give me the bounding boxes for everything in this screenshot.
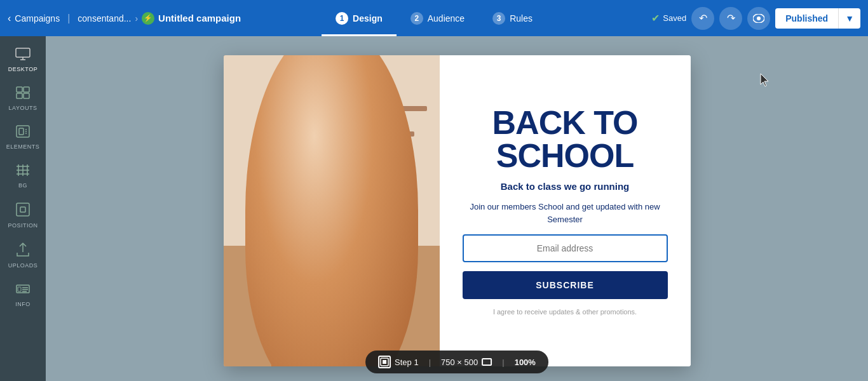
tab-design-num: 1 bbox=[336, 12, 348, 25]
svg-rect-39 bbox=[278, 264, 316, 305]
canvas-area[interactable]: BACK TO SCHOOL Back to class we go runni… bbox=[46, 36, 868, 381]
tab-design[interactable]: 1 Design bbox=[322, 0, 397, 36]
svg-rect-23 bbox=[18, 287, 21, 291]
subscribe-button[interactable]: SUBSCRIBE bbox=[463, 271, 668, 299]
zoom-level: 100% bbox=[515, 358, 536, 367]
tab-design-label: Design bbox=[353, 13, 383, 23]
svg-rect-10 bbox=[19, 128, 24, 135]
elements-icon bbox=[16, 125, 30, 141]
campaigns-label: Campaigns bbox=[15, 13, 60, 23]
uploads-icon bbox=[17, 243, 29, 260]
published-dropdown-icon[interactable]: ▼ bbox=[838, 8, 860, 29]
sidebar-item-bg[interactable]: BG bbox=[3, 157, 43, 194]
svg-rect-37 bbox=[266, 251, 305, 298]
saved-label: Saved bbox=[663, 13, 686, 23]
campaign-title[interactable]: Untitled campaign bbox=[158, 13, 241, 23]
sidebar-info-label: INFO bbox=[15, 301, 31, 307]
svg-rect-21 bbox=[20, 207, 25, 212]
step-indicator: Step 1 bbox=[378, 356, 419, 368]
tab-rules[interactable]: 3 Rules bbox=[478, 0, 546, 36]
sidebar-elements-label: ELEMENTS bbox=[6, 144, 40, 150]
popup-content-panel: BACK TO SCHOOL Back to class we go runni… bbox=[440, 55, 691, 366]
svg-rect-20 bbox=[17, 203, 29, 216]
dimensions-display: 750 × 500 bbox=[441, 358, 492, 367]
breadcrumb[interactable]: consentand... › ⚡ Untitled campaign bbox=[78, 12, 241, 25]
svg-point-36 bbox=[276, 291, 301, 312]
undo-button[interactable]: ↶ bbox=[691, 7, 714, 30]
popup-subheading: Back to class we go running bbox=[501, 181, 630, 192]
position-icon bbox=[16, 203, 30, 220]
svg-rect-9 bbox=[17, 126, 29, 137]
sidebar-item-elements[interactable]: ELEMENTS bbox=[3, 119, 43, 155]
bottom-separator-2: | bbox=[502, 358, 504, 367]
bottom-separator: | bbox=[429, 358, 431, 367]
svg-point-40 bbox=[354, 285, 379, 305]
breadcrumb-arrow: › bbox=[135, 13, 138, 23]
preview-button[interactable] bbox=[747, 7, 770, 30]
svg-point-32 bbox=[295, 92, 362, 171]
step-label: Step 1 bbox=[395, 358, 419, 367]
sidebar-desktop-label: DESKTOP bbox=[8, 66, 37, 72]
tab-rules-num: 3 bbox=[492, 12, 505, 25]
sidebar-item-position[interactable]: POSITION bbox=[3, 196, 43, 234]
svg-rect-8 bbox=[24, 93, 29, 98]
popup-image-panel bbox=[224, 55, 440, 366]
bottom-status-bar: Step 1 | 750 × 500 | 100% bbox=[365, 351, 548, 373]
svg-rect-31 bbox=[351, 131, 414, 137]
popup-disclaimer: I agree to receive updates & other promo… bbox=[493, 308, 637, 316]
popup-preview: BACK TO SCHOOL Back to class we go runni… bbox=[224, 55, 691, 366]
sidebar: DESKTOP LAYOUTS bbox=[0, 36, 46, 381]
svg-rect-6 bbox=[24, 87, 29, 92]
svg-point-1 bbox=[757, 17, 761, 20]
popup-body: Join our members School and get updated … bbox=[463, 201, 668, 225]
breadcrumb-separator: | bbox=[67, 13, 70, 24]
svg-rect-30 bbox=[351, 106, 427, 111]
layouts-icon bbox=[16, 86, 30, 102]
svg-rect-42 bbox=[383, 360, 386, 364]
svg-rect-2 bbox=[16, 48, 30, 57]
sidebar-position-label: POSITION bbox=[8, 222, 37, 229]
tab-audience-label: Audience bbox=[428, 13, 465, 23]
bg-icon bbox=[16, 164, 30, 180]
back-arrow-icon: ‹ bbox=[8, 13, 11, 24]
popup-heading: BACK TO SCHOOL bbox=[463, 106, 668, 172]
published-label: Published bbox=[775, 8, 838, 29]
dimensions-label: 750 × 500 bbox=[441, 358, 478, 367]
info-icon bbox=[16, 283, 30, 298]
svg-rect-38 bbox=[273, 257, 311, 302]
svg-rect-29 bbox=[224, 246, 440, 366]
email-input[interactable] bbox=[463, 234, 668, 262]
tab-audience-num: 2 bbox=[410, 12, 423, 25]
nav-right-controls: ✔ Saved ↶ ↷ Published ▼ bbox=[651, 7, 860, 30]
saved-check-icon: ✔ bbox=[651, 12, 660, 24]
campaigns-link[interactable]: ‹ Campaigns bbox=[8, 13, 60, 24]
breadcrumb-site: consentand... bbox=[78, 13, 131, 23]
svg-rect-5 bbox=[17, 87, 22, 92]
campaign-lightning-icon: ⚡ bbox=[142, 12, 154, 25]
cursor-icon bbox=[760, 73, 768, 84]
sidebar-item-info[interactable]: INFO bbox=[3, 276, 43, 312]
main-layout: DESKTOP LAYOUTS bbox=[0, 36, 868, 381]
student-image bbox=[224, 55, 440, 366]
svg-point-33 bbox=[294, 84, 363, 141]
svg-rect-28 bbox=[224, 55, 440, 246]
svg-line-35 bbox=[348, 182, 357, 303]
sidebar-uploads-label: UPLOADS bbox=[8, 262, 38, 269]
sidebar-item-desktop[interactable]: DESKTOP bbox=[3, 41, 43, 77]
step-icon bbox=[378, 356, 391, 368]
dimensions-icon bbox=[482, 358, 492, 366]
top-navigation: ‹ Campaigns | consentand... › ⚡ Untitled… bbox=[0, 0, 868, 36]
sidebar-bg-label: BG bbox=[18, 182, 27, 189]
sidebar-item-layouts[interactable]: LAYOUTS bbox=[3, 80, 43, 116]
published-button[interactable]: Published ▼ bbox=[775, 8, 860, 29]
svg-rect-7 bbox=[17, 93, 22, 98]
sidebar-item-uploads[interactable]: UPLOADS bbox=[3, 236, 43, 274]
tab-audience[interactable]: 2 Audience bbox=[397, 0, 478, 36]
nav-tabs: 1 Design 2 Audience 3 Rules bbox=[322, 0, 546, 36]
saved-indicator: ✔ Saved bbox=[651, 12, 686, 24]
desktop-icon bbox=[15, 48, 31, 64]
sidebar-layouts-label: LAYOUTS bbox=[9, 105, 37, 111]
tab-rules-label: Rules bbox=[510, 13, 532, 23]
redo-button[interactable]: ↷ bbox=[719, 7, 742, 30]
svg-rect-34 bbox=[318, 163, 339, 182]
